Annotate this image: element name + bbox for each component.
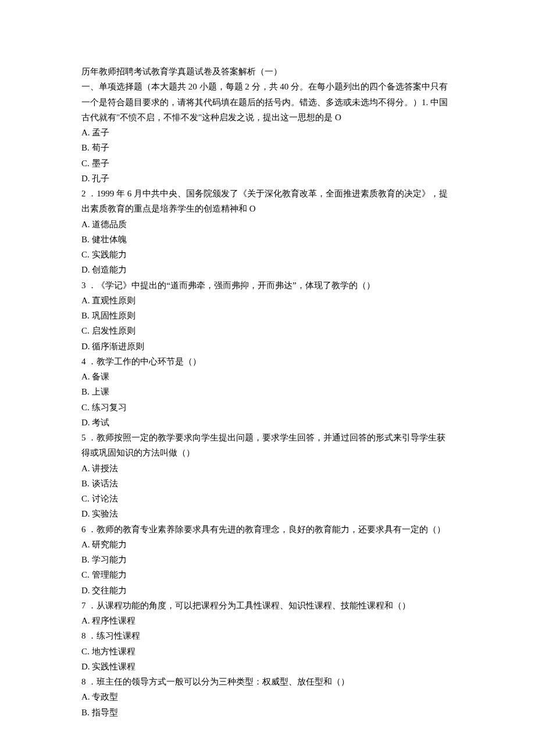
q2-stem: 2 ．1999 年 6 月中共中央、国务院颁发了《关于深化教育改革，全面推进素质… xyxy=(81,186,454,217)
q1-option-d: D. 孔子 xyxy=(81,171,454,186)
q4-stem: 4 ．教学工作的中心环节是（） xyxy=(81,354,454,369)
q7-option-c: C. 地方性课程 xyxy=(81,644,454,659)
q3-option-c: C. 启发性原则 xyxy=(81,323,454,338)
q8-option-a: A. 专政型 xyxy=(81,689,454,704)
q4-option-a: A. 备课 xyxy=(81,369,454,384)
q6-option-d: D. 交往能力 xyxy=(81,583,454,598)
q5-option-a: A. 讲授法 xyxy=(81,461,454,476)
q4-option-b: B. 上课 xyxy=(81,384,454,399)
q4-option-d: D. 考试 xyxy=(81,415,454,430)
q6-option-a: A. 研究能力 xyxy=(81,537,454,552)
q1-option-b: B. 荀子 xyxy=(81,140,454,155)
q2-option-b: B. 健壮体魄 xyxy=(81,232,454,247)
document-title: 历年教师招聘考试教育学真题试卷及答案解析（一） xyxy=(81,64,454,79)
q7-stem: 7 ．从课程功能的角度，可以把课程分为工具性课程、知识性课程、技能性课程和（） xyxy=(81,598,454,613)
q3-option-a: A. 直观性原则 xyxy=(81,293,454,308)
q5-option-c: C. 讨论法 xyxy=(81,491,454,506)
section-intro: 一、单项选择题（本大题共 20 小题，每题 2 分，共 40 分。在每小题列出的… xyxy=(81,79,454,125)
q1-option-c: C. 墨子 xyxy=(81,156,454,171)
q2-option-d: D. 创造能力 xyxy=(81,262,454,277)
q6-option-b: B. 学习能力 xyxy=(81,552,454,567)
q2-option-a: A. 道德品质 xyxy=(81,217,454,232)
q5-option-d: D. 实验法 xyxy=(81,506,454,521)
q6-stem: 6 ．教师的教育专业素养除要求具有先进的教育理念，良好的教育能力，还要求具有一定… xyxy=(81,522,454,537)
q2-option-c: C. 实践能力 xyxy=(81,247,454,262)
q7-option-a: A. 程序性课程 xyxy=(81,613,454,628)
q3-stem: 3 ．《学记》中提出的“道而弗牵，强而弗抑，开而弗达”，体现了教学的（） xyxy=(81,278,454,293)
q3-option-d: D. 循序渐进原则 xyxy=(81,339,454,354)
q8-option-b: B. 指导型 xyxy=(81,705,454,720)
q6-option-c: C. 管理能力 xyxy=(81,567,454,582)
q7-option-d: D. 实践性课程 xyxy=(81,659,454,674)
q3-option-b: B. 巩固性原则 xyxy=(81,308,454,323)
q5-option-b: B. 谈话法 xyxy=(81,476,454,491)
q4-option-c: C. 练习复习 xyxy=(81,400,454,415)
q8-stem: 8 ．班主任的领导方式一般可以分为三种类型：权威型、放任型和（） xyxy=(81,674,454,689)
q7-option-b: 8 ．练习性课程 xyxy=(81,628,454,643)
q1-option-a: A. 孟子 xyxy=(81,125,454,140)
q5-stem: 5 ．教师按照一定的教学要求向学生提出问题，要求学生回答，并通过回答的形式来引导… xyxy=(81,430,454,461)
